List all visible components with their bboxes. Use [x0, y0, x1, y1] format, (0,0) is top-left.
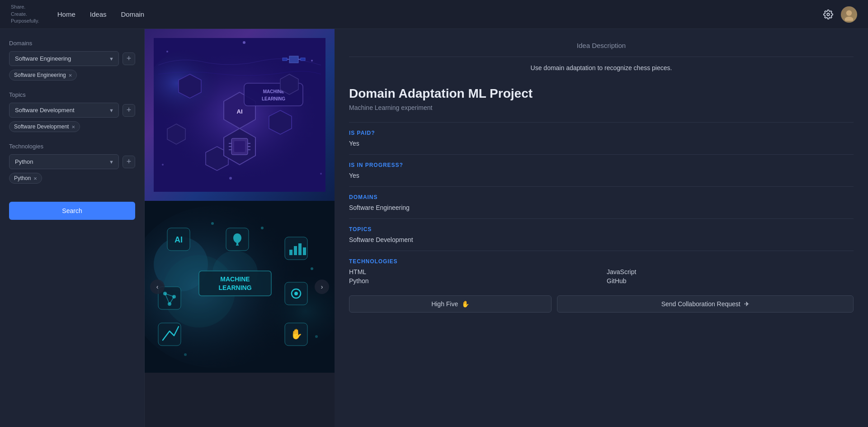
tech-github: GitHub: [607, 277, 854, 285]
high-five-label: High Five: [431, 300, 458, 308]
svg-point-67: [211, 222, 214, 225]
high-five-icon: ✋: [462, 300, 469, 308]
svg-point-0: [827, 13, 830, 16]
technologies-dropdown-row: Python ▼ +: [9, 154, 135, 169]
technologies-field: TECHNOLOGIES HTML JavaScript Python GitH…: [349, 258, 854, 285]
filter-domains: Domains Software Engineering ▼ + Softwar…: [9, 40, 135, 81]
tech-html: HTML: [349, 268, 596, 275]
svg-text:LEARNING: LEARNING: [218, 284, 251, 291]
svg-point-34: [243, 41, 245, 44]
technologies-label: Technologies: [9, 143, 135, 150]
sidebar-filters: Domains Software Engineering ▼ + Softwar…: [0, 29, 145, 427]
avatar[interactable]: [841, 6, 857, 23]
nav-links: Home Ideas Domain: [57, 10, 144, 18]
domains-dropdown-row: Software Engineering ▼ +: [9, 51, 135, 66]
technology-tag-label: Python: [14, 175, 31, 181]
nav-home[interactable]: Home: [57, 10, 75, 18]
add-domain-button[interactable]: +: [123, 52, 135, 65]
topic-tag-software-development: Software Development ×: [9, 121, 80, 132]
technologies-tags: Python ×: [9, 173, 135, 184]
svg-rect-18: [234, 141, 245, 152]
svg-point-69: [311, 267, 313, 270]
high-five-button[interactable]: High Five ✋: [349, 295, 552, 313]
domains-select[interactable]: Software Engineering: [9, 52, 118, 66]
action-bar: High Five ✋ Send Collaboration Request ✈: [349, 295, 854, 313]
topics-detail-label: TOPICS: [349, 226, 854, 232]
card-gallery: AI MACHINE LEARNING: [145, 29, 335, 427]
add-technology-button[interactable]: +: [123, 156, 135, 168]
is-in-progress-field: IS IN PROGRESS? Yes: [349, 162, 854, 179]
svg-point-31: [311, 60, 313, 62]
svg-point-68: [261, 227, 264, 229]
tech-javascript: JavaScript: [607, 268, 854, 275]
card-next-button[interactable]: ›: [315, 280, 329, 294]
svg-rect-64: [158, 323, 181, 346]
main-layout: Domains Software Engineering ▼ + Softwar…: [0, 29, 868, 427]
technologies-select-wrapper[interactable]: Python ▼: [9, 154, 119, 169]
svg-point-30: [166, 51, 168, 52]
add-topic-button[interactable]: +: [123, 104, 135, 117]
topics-select[interactable]: Software Development: [9, 103, 118, 117]
topics-select-wrapper[interactable]: Software Development ▼: [9, 103, 119, 118]
domains-detail-label: DOMAINS: [349, 194, 854, 200]
topic-tag-label: Software Development: [14, 123, 69, 130]
idea-description-heading: Idea Description: [349, 42, 854, 49]
technology-tag-remove[interactable]: ×: [33, 176, 37, 181]
svg-point-33: [162, 164, 164, 166]
domains-tags: Software Engineering ×: [9, 70, 135, 81]
technologies-select[interactable]: Python: [9, 155, 118, 169]
svg-text:AI: AI: [237, 108, 243, 115]
technologies-detail-label: TECHNOLOGIES: [349, 258, 854, 265]
is-in-progress-label: IS IN PROGRESS?: [349, 162, 854, 168]
is-paid-value: Yes: [349, 140, 854, 147]
idea-subtitle: Machine Learning experiment: [349, 104, 854, 111]
filter-topics: Topics Software Development ▼ + Software…: [9, 91, 135, 132]
divider-top: [349, 57, 854, 57]
svg-point-70: [315, 335, 318, 338]
topics-dropdown-row: Software Development ▼ +: [9, 103, 135, 118]
nav-right-actions: [823, 6, 857, 23]
card-image-2[interactable]: MACHINE LEARNING AI: [145, 201, 335, 373]
svg-rect-51: [303, 247, 306, 255]
topics-label: Topics: [9, 91, 135, 98]
topics-field: TOPICS Software Development: [349, 226, 854, 243]
topics-tags: Software Development ×: [9, 121, 135, 132]
top-navigation: Share. Create. Purposefully. Home Ideas …: [0, 0, 868, 29]
divider-1: [349, 122, 854, 123]
divider-4: [349, 218, 854, 219]
card-image-1[interactable]: AI MACHINE LEARNING: [145, 29, 335, 201]
send-collaboration-button[interactable]: Send Collaboration Request ✈: [557, 295, 854, 313]
svg-rect-50: [298, 243, 302, 255]
idea-description-text: Use domain adaptation to recognize chess…: [349, 64, 854, 71]
svg-point-32: [320, 173, 322, 175]
filter-technologies: Technologies Python ▼ + Python ×: [9, 143, 135, 184]
card-prev-button[interactable]: ‹: [150, 280, 165, 294]
svg-text:AI: AI: [175, 235, 183, 244]
collab-label: Send Collaboration Request: [661, 300, 741, 308]
divider-3: [349, 186, 854, 187]
svg-text:MACHINE: MACHINE: [220, 275, 250, 283]
domains-field: DOMAINS Software Engineering: [349, 194, 854, 211]
svg-point-54: [294, 292, 298, 295]
brand-tagline: Share. Create. Purposefully.: [11, 4, 39, 24]
domains-detail-value: Software Engineering: [349, 204, 854, 211]
idea-description-section: Idea Description Use domain adaptation t…: [349, 42, 854, 86]
domains-select-wrapper[interactable]: Software Engineering ▼: [9, 51, 119, 66]
svg-point-71: [184, 353, 187, 356]
is-in-progress-value: Yes: [349, 172, 854, 179]
svg-point-2: [845, 16, 854, 20]
svg-rect-28: [283, 58, 287, 61]
settings-icon[interactable]: [823, 9, 834, 20]
domain-tag-remove[interactable]: ×: [69, 72, 72, 78]
technologies-grid: HTML JavaScript Python GitHub: [349, 268, 854, 285]
svg-point-1: [846, 10, 852, 15]
domains-label: Domains: [9, 40, 135, 47]
ml-graphic-teal: MACHINE LEARNING AI: [145, 201, 335, 373]
topic-tag-remove[interactable]: ×: [71, 124, 75, 130]
divider-5: [349, 251, 854, 251]
nav-domain[interactable]: Domain: [121, 10, 145, 18]
search-button[interactable]: Search: [9, 202, 135, 220]
nav-ideas[interactable]: Ideas: [90, 10, 107, 18]
idea-title: Domain Adaptation ML Project: [349, 86, 854, 101]
svg-rect-42: [199, 271, 271, 296]
